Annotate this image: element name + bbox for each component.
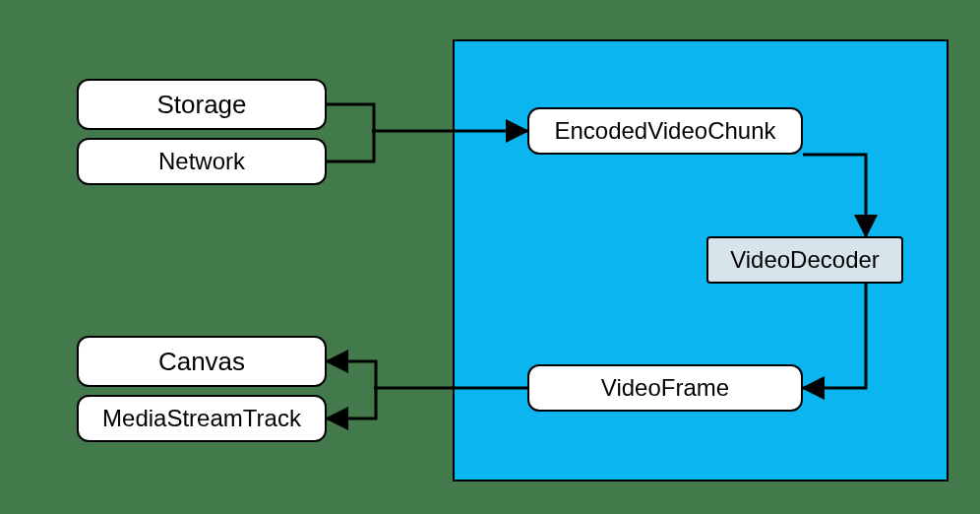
node-canvas: Canvas	[77, 336, 327, 387]
diagram-stage: Storage Network EncodedVideoChunk VideoD…	[0, 0, 980, 514]
node-encoded-chunk-label: EncodedVideoChunk	[554, 117, 775, 145]
node-video-frame: VideoFrame	[527, 364, 803, 412]
node-video-decoder: VideoDecoder	[706, 236, 903, 284]
node-storage-label: Storage	[156, 90, 246, 120]
node-encoded-chunk: EncodedVideoChunk	[527, 107, 803, 155]
node-network-label: Network	[158, 148, 245, 175]
node-network: Network	[77, 138, 327, 185]
node-mst: MediaStreamTrack	[77, 395, 327, 442]
node-canvas-label: Canvas	[158, 347, 245, 377]
node-video-frame-label: VideoFrame	[601, 374, 729, 402]
node-storage: Storage	[77, 79, 327, 130]
node-video-decoder-label: VideoDecoder	[730, 246, 880, 274]
node-mst-label: MediaStreamTrack	[102, 405, 301, 432]
